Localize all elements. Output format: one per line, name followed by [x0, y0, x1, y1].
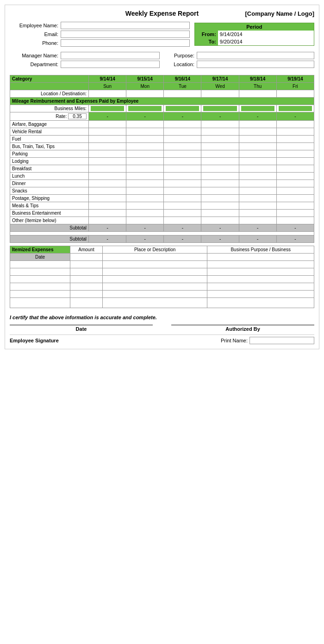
- itemized-date-2[interactable]: [10, 268, 70, 276]
- breakfast-3[interactable]: [201, 165, 239, 173]
- entertainment-5[interactable]: [276, 210, 314, 217]
- mealstips-3[interactable]: [201, 202, 239, 210]
- bus-3[interactable]: [201, 143, 239, 150]
- airfare-2[interactable]: [164, 121, 201, 128]
- snacks-3[interactable]: [201, 187, 239, 195]
- itemized-amount-5[interactable]: [70, 291, 103, 298]
- vehicle-2[interactable]: [164, 128, 201, 136]
- breakfast-4[interactable]: [239, 165, 276, 173]
- itemized-date-3[interactable]: [10, 276, 70, 283]
- airfare-5[interactable]: [276, 121, 314, 128]
- other-3[interactable]: [201, 217, 239, 224]
- dinner-3[interactable]: [201, 180, 239, 187]
- parking-1[interactable]: [126, 150, 164, 158]
- dinner-4[interactable]: [239, 180, 276, 187]
- mealstips-0[interactable]: [89, 202, 126, 210]
- parking-3[interactable]: [201, 150, 239, 158]
- postage-5[interactable]: [276, 195, 314, 202]
- postage-3[interactable]: [201, 195, 239, 202]
- itemized-business-6[interactable]: [207, 298, 314, 308]
- manager-name-input[interactable]: [61, 52, 160, 59]
- mealstips-5[interactable]: [276, 202, 314, 210]
- fuel-2[interactable]: [164, 136, 201, 143]
- miles-cell-1[interactable]: [126, 105, 164, 112]
- lunch-3[interactable]: [201, 173, 239, 180]
- itemized-business-2[interactable]: [207, 268, 314, 276]
- fuel-0[interactable]: [89, 136, 126, 143]
- entertainment-4[interactable]: [239, 210, 276, 217]
- lodging-4[interactable]: [239, 158, 276, 165]
- itemized-amount-4[interactable]: [70, 283, 103, 291]
- lunch-0[interactable]: [89, 173, 126, 180]
- lunch-2[interactable]: [164, 173, 201, 180]
- fuel-5[interactable]: [276, 136, 314, 143]
- loc-cell-2[interactable]: [164, 90, 201, 98]
- vehicle-4[interactable]: [239, 128, 276, 136]
- other-0[interactable]: [89, 217, 126, 224]
- fuel-4[interactable]: [239, 136, 276, 143]
- miles-cell-3[interactable]: [201, 105, 239, 112]
- snacks-4[interactable]: [239, 187, 276, 195]
- airfare-0[interactable]: [89, 121, 126, 128]
- postage-1[interactable]: [126, 195, 164, 202]
- print-name-input[interactable]: [249, 337, 314, 344]
- miles-cell-0[interactable]: [89, 105, 126, 112]
- loc-cell-3[interactable]: [201, 90, 239, 98]
- postage-2[interactable]: [164, 195, 201, 202]
- bus-4[interactable]: [239, 143, 276, 150]
- rate-input[interactable]: [68, 113, 87, 119]
- other-5[interactable]: [276, 217, 314, 224]
- location-input[interactable]: [197, 61, 314, 68]
- bus-5[interactable]: [276, 143, 314, 150]
- snacks-5[interactable]: [276, 187, 314, 195]
- parking-5[interactable]: [276, 150, 314, 158]
- parking-4[interactable]: [239, 150, 276, 158]
- lunch-4[interactable]: [239, 173, 276, 180]
- bus-1[interactable]: [126, 143, 164, 150]
- bus-0[interactable]: [89, 143, 126, 150]
- itemized-place-4[interactable]: [103, 283, 207, 291]
- dinner-0[interactable]: [89, 180, 126, 187]
- itemized-amount-3[interactable]: [70, 276, 103, 283]
- breakfast-1[interactable]: [126, 165, 164, 173]
- period-from-input[interactable]: [218, 31, 314, 38]
- employee-name-input[interactable]: [61, 22, 190, 29]
- miles-cell-5[interactable]: [276, 105, 314, 112]
- other-1[interactable]: [126, 217, 164, 224]
- loc-cell-5[interactable]: [276, 90, 314, 98]
- lodging-1[interactable]: [126, 158, 164, 165]
- itemized-business-1[interactable]: [207, 261, 314, 268]
- other-4[interactable]: [239, 217, 276, 224]
- mealstips-2[interactable]: [164, 202, 201, 210]
- mealstips-4[interactable]: [239, 202, 276, 210]
- vehicle-1[interactable]: [126, 128, 164, 136]
- department-input[interactable]: [61, 61, 160, 68]
- lunch-1[interactable]: [126, 173, 164, 180]
- postage-4[interactable]: [239, 195, 276, 202]
- airfare-4[interactable]: [239, 121, 276, 128]
- itemized-amount-2[interactable]: [70, 268, 103, 276]
- entertainment-0[interactable]: [89, 210, 126, 217]
- other-2[interactable]: [164, 217, 201, 224]
- airfare-3[interactable]: [201, 121, 239, 128]
- itemized-business-5[interactable]: [207, 291, 314, 298]
- breakfast-0[interactable]: [89, 165, 126, 173]
- snacks-2[interactable]: [164, 187, 201, 195]
- lodging-2[interactable]: [164, 158, 201, 165]
- entertainment-2[interactable]: [164, 210, 201, 217]
- airfare-1[interactable]: [126, 121, 164, 128]
- itemized-date-5[interactable]: [10, 291, 70, 298]
- breakfast-5[interactable]: [276, 165, 314, 173]
- lodging-5[interactable]: [276, 158, 314, 165]
- itemized-business-3[interactable]: [207, 276, 314, 283]
- miles-cell-4[interactable]: [239, 105, 276, 112]
- vehicle-3[interactable]: [201, 128, 239, 136]
- parking-0[interactable]: [89, 150, 126, 158]
- lodging-0[interactable]: [89, 158, 126, 165]
- mealstips-1[interactable]: [126, 202, 164, 210]
- phone-input[interactable]: [61, 39, 190, 47]
- lodging-3[interactable]: [201, 158, 239, 165]
- itemized-amount-1[interactable]: [70, 261, 103, 268]
- itemized-place-2[interactable]: [103, 268, 207, 276]
- loc-cell-1[interactable]: [126, 90, 164, 98]
